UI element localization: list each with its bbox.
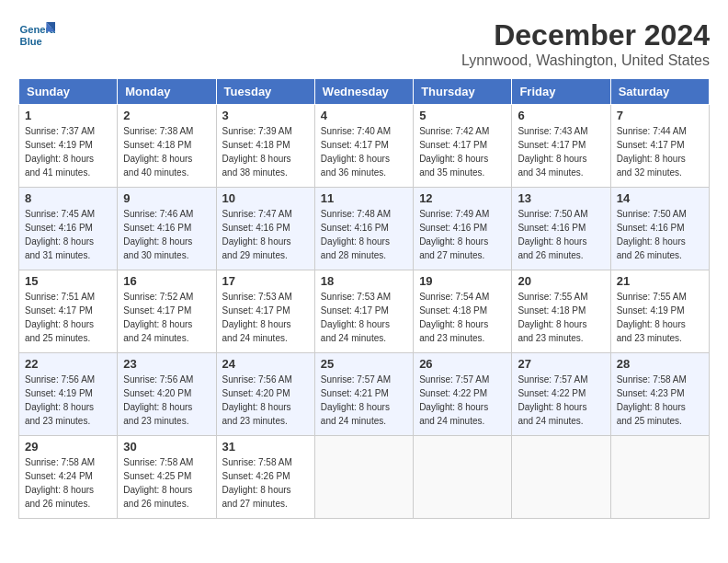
day-number: 4 — [321, 109, 407, 122]
day-number: 19 — [419, 274, 506, 288]
day-number: 15 — [25, 274, 111, 288]
day-info: Sunrise: 7:49 AM Sunset: 4:16 PM Dayligh… — [419, 207, 506, 262]
day-info: Sunrise: 7:57 AM Sunset: 4:21 PM Dayligh… — [321, 373, 407, 428]
day-info: Sunrise: 7:58 AM Sunset: 4:24 PM Dayligh… — [25, 455, 111, 511]
calendar-day-cell: 18 Sunrise: 7:53 AM Sunset: 4:17 PM Dayl… — [314, 270, 413, 353]
day-info: Sunrise: 7:52 AM Sunset: 4:17 PM Dayligh… — [123, 290, 210, 345]
day-info: Sunrise: 7:48 AM Sunset: 4:16 PM Dayligh… — [321, 207, 407, 262]
day-number: 7 — [617, 109, 703, 122]
day-info: Sunrise: 7:53 AM Sunset: 4:17 PM Dayligh… — [222, 290, 309, 345]
calendar-day-cell — [314, 436, 413, 519]
calendar-day-cell — [610, 436, 709, 519]
day-number: 30 — [123, 440, 210, 454]
day-number: 27 — [518, 357, 604, 371]
day-number: 16 — [123, 274, 210, 288]
calendar-week-row: 15 Sunrise: 7:51 AM Sunset: 4:17 PM Dayl… — [19, 270, 710, 353]
day-number: 8 — [25, 191, 111, 205]
calendar-day-cell: 10 Sunrise: 7:47 AM Sunset: 4:16 PM Dayl… — [216, 188, 314, 270]
day-info: Sunrise: 7:43 AM Sunset: 4:17 PM Dayligh… — [518, 124, 604, 179]
calendar-day-cell: 8 Sunrise: 7:45 AM Sunset: 4:16 PM Dayli… — [19, 188, 118, 270]
day-number: 3 — [222, 109, 309, 122]
day-number: 26 — [419, 357, 506, 371]
calendar-day-cell: 12 Sunrise: 7:49 AM Sunset: 4:16 PM Dayl… — [414, 188, 512, 270]
day-info: Sunrise: 7:46 AM Sunset: 4:16 PM Dayligh… — [123, 207, 210, 262]
logo: General Blue — [18, 18, 55, 52]
logo-icon: General Blue — [18, 18, 55, 52]
calendar-day-cell: 24 Sunrise: 7:56 AM Sunset: 4:20 PM Dayl… — [216, 353, 314, 436]
calendar-day-cell: 17 Sunrise: 7:53 AM Sunset: 4:17 PM Dayl… — [216, 270, 314, 353]
day-info: Sunrise: 7:58 AM Sunset: 4:25 PM Dayligh… — [123, 455, 210, 511]
day-info: Sunrise: 7:45 AM Sunset: 4:16 PM Dayligh… — [25, 207, 111, 262]
day-number: 2 — [123, 109, 210, 122]
day-info: Sunrise: 7:42 AM Sunset: 4:17 PM Dayligh… — [419, 124, 506, 179]
calendar-day-cell: 31 Sunrise: 7:58 AM Sunset: 4:26 PM Dayl… — [216, 436, 314, 519]
calendar-day-cell: 30 Sunrise: 7:58 AM Sunset: 4:25 PM Dayl… — [118, 436, 216, 519]
svg-text:Blue: Blue — [20, 36, 42, 47]
day-number: 5 — [419, 109, 506, 122]
calendar-day-cell: 1 Sunrise: 7:37 AM Sunset: 4:19 PM Dayli… — [19, 105, 118, 188]
calendar-day-cell: 25 Sunrise: 7:57 AM Sunset: 4:21 PM Dayl… — [314, 353, 413, 436]
calendar-day-cell: 16 Sunrise: 7:52 AM Sunset: 4:17 PM Dayl… — [118, 270, 216, 353]
day-number: 31 — [222, 440, 309, 454]
day-number: 9 — [123, 191, 210, 205]
day-info: Sunrise: 7:55 AM Sunset: 4:18 PM Dayligh… — [518, 290, 604, 345]
title-block: December 2024 Lynnwood, Washington, Unit… — [461, 18, 710, 69]
day-number: 18 — [321, 274, 407, 288]
page-header: General Blue December 2024 Lynnwood, Was… — [18, 18, 710, 69]
day-number: 28 — [617, 357, 703, 371]
weekday-header-saturday: Saturday — [610, 79, 709, 105]
day-info: Sunrise: 7:47 AM Sunset: 4:16 PM Dayligh… — [222, 207, 309, 262]
day-number: 6 — [518, 109, 604, 122]
day-number: 13 — [518, 191, 604, 205]
day-info: Sunrise: 7:38 AM Sunset: 4:18 PM Dayligh… — [123, 124, 210, 179]
day-number: 12 — [419, 191, 506, 205]
weekday-header-sunday: Sunday — [19, 79, 118, 105]
calendar-day-cell: 9 Sunrise: 7:46 AM Sunset: 4:16 PM Dayli… — [118, 188, 216, 270]
calendar-week-row: 29 Sunrise: 7:58 AM Sunset: 4:24 PM Dayl… — [19, 436, 710, 519]
day-info: Sunrise: 7:58 AM Sunset: 4:23 PM Dayligh… — [617, 373, 703, 428]
day-number: 22 — [25, 357, 111, 371]
day-info: Sunrise: 7:58 AM Sunset: 4:26 PM Dayligh… — [222, 455, 309, 511]
calendar-day-cell: 14 Sunrise: 7:50 AM Sunset: 4:16 PM Dayl… — [610, 188, 709, 270]
calendar-day-cell: 28 Sunrise: 7:58 AM Sunset: 4:23 PM Dayl… — [610, 353, 709, 436]
day-number: 24 — [222, 357, 309, 371]
day-info: Sunrise: 7:54 AM Sunset: 4:18 PM Dayligh… — [419, 290, 506, 345]
day-info: Sunrise: 7:56 AM Sunset: 4:19 PM Dayligh… — [25, 373, 111, 428]
day-number: 14 — [617, 191, 703, 205]
day-info: Sunrise: 7:37 AM Sunset: 4:19 PM Dayligh… — [25, 124, 111, 179]
day-info: Sunrise: 7:50 AM Sunset: 4:16 PM Dayligh… — [518, 207, 604, 262]
day-number: 25 — [321, 357, 407, 371]
calendar-day-cell — [414, 436, 512, 519]
calendar-day-cell: 22 Sunrise: 7:56 AM Sunset: 4:19 PM Dayl… — [19, 353, 118, 436]
calendar-day-cell: 11 Sunrise: 7:48 AM Sunset: 4:16 PM Dayl… — [314, 188, 413, 270]
day-number: 10 — [222, 191, 309, 205]
day-info: Sunrise: 7:53 AM Sunset: 4:17 PM Dayligh… — [321, 290, 407, 345]
day-info: Sunrise: 7:51 AM Sunset: 4:17 PM Dayligh… — [25, 290, 111, 345]
calendar-day-cell: 21 Sunrise: 7:55 AM Sunset: 4:19 PM Dayl… — [610, 270, 709, 353]
day-number: 29 — [25, 440, 111, 454]
day-info: Sunrise: 7:50 AM Sunset: 4:16 PM Dayligh… — [617, 207, 703, 262]
calendar-day-cell: 15 Sunrise: 7:51 AM Sunset: 4:17 PM Dayl… — [19, 270, 118, 353]
day-info: Sunrise: 7:57 AM Sunset: 4:22 PM Dayligh… — [419, 373, 506, 428]
calendar-day-cell: 19 Sunrise: 7:54 AM Sunset: 4:18 PM Dayl… — [414, 270, 512, 353]
weekday-header-monday: Monday — [118, 79, 216, 105]
calendar-week-row: 22 Sunrise: 7:56 AM Sunset: 4:19 PM Dayl… — [19, 353, 710, 436]
day-number: 21 — [617, 274, 703, 288]
calendar-table: SundayMondayTuesdayWednesdayThursdayFrid… — [18, 78, 710, 519]
calendar-day-cell: 3 Sunrise: 7:39 AM Sunset: 4:18 PM Dayli… — [216, 105, 314, 188]
day-info: Sunrise: 7:56 AM Sunset: 4:20 PM Dayligh… — [123, 373, 210, 428]
day-number: 20 — [518, 274, 604, 288]
calendar-day-cell: 13 Sunrise: 7:50 AM Sunset: 4:16 PM Dayl… — [512, 188, 610, 270]
weekday-header-wednesday: Wednesday — [314, 79, 413, 105]
calendar-day-cell: 26 Sunrise: 7:57 AM Sunset: 4:22 PM Dayl… — [414, 353, 512, 436]
calendar-day-cell: 29 Sunrise: 7:58 AM Sunset: 4:24 PM Dayl… — [19, 436, 118, 519]
calendar-day-cell: 27 Sunrise: 7:57 AM Sunset: 4:22 PM Dayl… — [512, 353, 610, 436]
day-info: Sunrise: 7:55 AM Sunset: 4:19 PM Dayligh… — [617, 290, 703, 345]
calendar-week-row: 8 Sunrise: 7:45 AM Sunset: 4:16 PM Dayli… — [19, 188, 710, 270]
day-number: 23 — [123, 357, 210, 371]
day-info: Sunrise: 7:39 AM Sunset: 4:18 PM Dayligh… — [222, 124, 309, 179]
weekday-header-tuesday: Tuesday — [216, 79, 314, 105]
location-subtitle: Lynnwood, Washington, United States — [461, 52, 710, 69]
calendar-day-cell — [512, 436, 610, 519]
calendar-day-cell: 4 Sunrise: 7:40 AM Sunset: 4:17 PM Dayli… — [314, 105, 413, 188]
